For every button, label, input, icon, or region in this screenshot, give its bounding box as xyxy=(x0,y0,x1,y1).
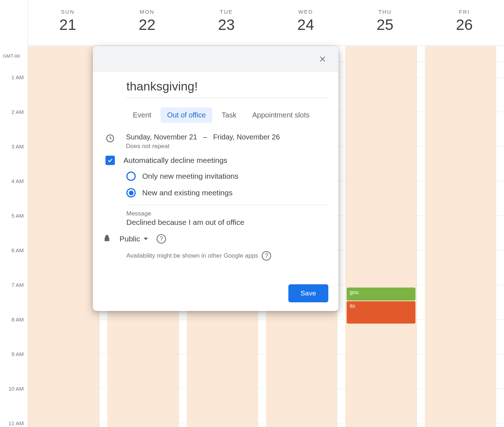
chevron-down-icon xyxy=(144,237,148,241)
decline-radio-option[interactable]: New and existing meetings xyxy=(126,188,328,197)
tab-appointment-slots[interactable]: Appointment slots xyxy=(246,107,316,123)
event-type-tabs: EventOut of officeTaskAppointment slots xyxy=(126,107,328,123)
start-date: Sunday, November 21 xyxy=(126,133,197,141)
decline-message-section[interactable]: Message Declined because I am out of off… xyxy=(126,210,328,227)
hour-label: 4 AM xyxy=(4,178,24,184)
clock-icon xyxy=(105,134,115,143)
save-button[interactable]: Save xyxy=(288,284,328,302)
hour-label: 11 AM xyxy=(4,420,24,426)
day-header-sun[interactable]: SUN21 xyxy=(28,4,107,45)
date-range-button[interactable]: Sunday, November 21 – Friday, November 2… xyxy=(126,133,328,150)
day-number: 25 xyxy=(345,16,424,34)
date-separator: – xyxy=(203,133,207,141)
day-number: 21 xyxy=(28,16,107,34)
timezone-column: GMT-08 1 AM2 AM3 AM4 AM5 AM6 AM7 AM8 AM9… xyxy=(0,0,28,427)
modal-body: EventOut of officeTaskAppointment slots … xyxy=(93,72,338,284)
day-name: THU xyxy=(345,9,424,15)
end-date: Friday, November 26 xyxy=(213,133,280,141)
visibility-value: Public xyxy=(120,235,140,243)
message-field-value: Declined because I am out of office xyxy=(126,218,328,227)
auto-decline-checkbox-row[interactable]: Automatically decline meetings xyxy=(103,156,328,165)
radio-icon xyxy=(126,172,136,181)
close-button[interactable] xyxy=(315,52,330,66)
hour-line xyxy=(28,423,504,423)
radio-label: Only new meeting invitations xyxy=(142,172,238,181)
hour-label: 1 AM xyxy=(4,74,24,80)
modal-header xyxy=(93,46,338,72)
day-header-fri[interactable]: FRI26 xyxy=(425,4,504,45)
tab-out-of-office[interactable]: Out of office xyxy=(161,107,212,123)
hour-label: 5 AM xyxy=(4,213,24,219)
day-name: MON xyxy=(107,9,186,15)
day-number: 22 xyxy=(107,16,186,34)
day-header-wed[interactable]: WED24 xyxy=(266,4,345,45)
hour-label: 10 AM xyxy=(4,386,24,392)
hour-line xyxy=(28,319,504,320)
checkmark-icon xyxy=(107,157,113,164)
calendar-event[interactable]: gou xyxy=(347,288,415,301)
close-icon xyxy=(319,55,327,63)
auto-decline-label: Automatically decline meetings xyxy=(123,156,227,165)
hour-label: 7 AM xyxy=(4,282,24,288)
modal-footer: Save xyxy=(93,284,338,311)
hour-label: 3 AM xyxy=(4,143,24,150)
availability-note: Availability might be shown in other Goo… xyxy=(126,251,328,261)
visibility-row: Public ? xyxy=(103,234,328,244)
decline-radio-option[interactable]: Only new meeting invitations xyxy=(126,172,328,181)
day-number: 24 xyxy=(266,16,345,34)
help-icon[interactable]: ? xyxy=(157,234,166,244)
hour-line xyxy=(28,388,504,389)
day-column[interactable] xyxy=(425,46,496,427)
hour-label: 9 AM xyxy=(4,351,24,357)
hour-line xyxy=(28,354,504,354)
hour-label: 8 AM xyxy=(4,316,24,323)
day-headers: SUN21MON22TUE23WED24THU25FRI26 xyxy=(28,4,504,46)
day-column[interactable] xyxy=(28,46,99,427)
day-header-thu[interactable]: THU25 xyxy=(345,4,424,45)
day-name: FRI xyxy=(425,9,504,15)
hour-label: 6 AM xyxy=(4,247,24,253)
tab-task[interactable]: Task xyxy=(215,107,243,123)
date-row: Sunday, November 21 – Friday, November 2… xyxy=(103,133,328,150)
day-header-mon[interactable]: MON22 xyxy=(107,4,186,45)
calendar-event[interactable]: its xyxy=(347,301,415,324)
event-title-input[interactable] xyxy=(126,76,328,98)
day-number: 23 xyxy=(187,16,266,34)
day-name: SUN xyxy=(28,9,107,15)
auto-decline-checkbox[interactable] xyxy=(105,156,115,165)
radio-label: New and existing meetings xyxy=(142,188,233,197)
radio-icon xyxy=(126,188,136,197)
hour-label: 2 AM xyxy=(4,109,24,115)
message-field-label: Message xyxy=(126,210,328,217)
event-editor-modal: EventOut of officeTaskAppointment slots … xyxy=(93,46,338,311)
lock-icon xyxy=(103,234,111,243)
day-name: TUE xyxy=(187,9,266,15)
day-column[interactable] xyxy=(345,46,417,427)
decline-radio-group: Only new meeting invitationsNew and exis… xyxy=(126,172,328,197)
day-name: WED xyxy=(266,9,345,15)
visibility-dropdown[interactable]: Public xyxy=(120,235,148,243)
divider xyxy=(126,205,328,205)
day-number: 26 xyxy=(425,16,504,34)
help-icon[interactable]: ? xyxy=(262,251,271,261)
day-header-tue[interactable]: TUE23 xyxy=(187,4,266,45)
timezone-label: GMT-08 xyxy=(3,53,20,59)
tab-event[interactable]: Event xyxy=(126,107,158,123)
repeat-label: Does not repeat xyxy=(126,143,328,150)
